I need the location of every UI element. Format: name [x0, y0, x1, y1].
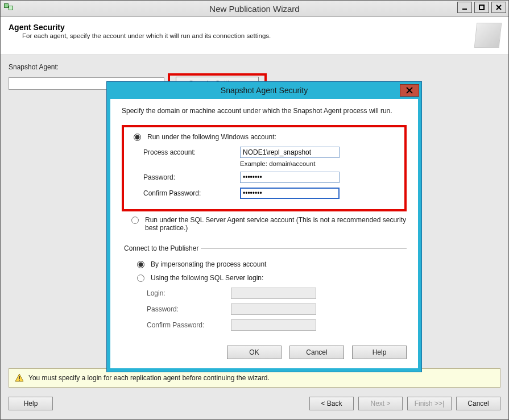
- publisher-password-input: [231, 303, 316, 315]
- dialog-close-button[interactable]: [400, 84, 419, 97]
- snapshot-agent-label: Snapshot Agent:: [9, 63, 500, 71]
- dialog-cancel-button[interactable]: Cancel: [289, 346, 344, 359]
- back-button[interactable]: < Back: [309, 397, 354, 410]
- publisher-confirm-label: Confirm Password:: [147, 321, 231, 329]
- login-label: Login:: [147, 289, 231, 297]
- sql-service-account-radio-label: Run under the SQL Server Agent service a…: [145, 216, 407, 232]
- finish-button[interactable]: Finish >>|: [407, 397, 452, 410]
- windows-account-highlight: Run under the following Windows account:…: [122, 125, 407, 211]
- wizard-cancel-button[interactable]: Cancel: [456, 397, 500, 410]
- dialog-ok-button[interactable]: OK: [227, 346, 282, 359]
- page-header: Agent Security For each agent, specify t…: [1, 17, 508, 55]
- process-account-label: Process account:: [143, 148, 240, 156]
- connect-to-publisher-legend: Connect to the Publisher: [122, 244, 201, 252]
- sql-service-account-radio[interactable]: [131, 217, 139, 224]
- next-button[interactable]: Next >: [358, 397, 403, 410]
- page-subtitle: For each agent, specify the account unde…: [22, 32, 271, 39]
- dialog-intro: Specify the domain or machine account un…: [122, 107, 407, 115]
- windows-account-radio[interactable]: [134, 134, 141, 141]
- dialog-titlebar: Snapshot Agent Security: [107, 82, 421, 99]
- windows-account-radio-label: Run under the following Windows account:: [147, 133, 276, 141]
- svg-rect-8: [19, 380, 20, 381]
- publisher-password-label: Password:: [147, 305, 231, 313]
- minimize-button[interactable]: [457, 2, 472, 13]
- warning-icon: [15, 373, 24, 382]
- page-title: Agent Security: [9, 23, 271, 32]
- login-input: [231, 288, 316, 299]
- confirm-password-input[interactable]: [240, 188, 340, 199]
- impersonate-radio[interactable]: [137, 261, 144, 268]
- sql-login-radio-label: Using the following SQL Server login:: [151, 274, 263, 282]
- wizard-help-button[interactable]: Help: [9, 397, 53, 410]
- window-title: New Publication Wizard: [1, 4, 508, 14]
- svg-rect-7: [19, 376, 20, 379]
- impersonate-radio-label: By impersonating the process account: [151, 260, 266, 268]
- svg-rect-1: [479, 5, 484, 10]
- close-button[interactable]: [491, 2, 506, 13]
- svg-line-2: [496, 5, 501, 10]
- main-window: New Publication Wizard Agent Security Fo…: [0, 0, 509, 420]
- wizard-graphic: [474, 23, 502, 48]
- wizard-footer: Help < Back Next > Finish >>| Cancel: [1, 388, 508, 419]
- snapshot-agent-security-dialog: Snapshot Agent Security Specify the doma…: [106, 81, 422, 372]
- warning-text: You must specify a login for each replic…: [28, 374, 270, 382]
- sql-login-radio[interactable]: [137, 275, 144, 282]
- connect-to-publisher-group: Connect to the Publisher By impersonatin…: [122, 244, 407, 335]
- publisher-confirm-input: [231, 319, 316, 331]
- svg-line-3: [496, 5, 501, 10]
- maximize-button[interactable]: [474, 2, 489, 13]
- password-input[interactable]: [240, 172, 340, 183]
- process-account-example: Example: domain\account: [240, 160, 398, 167]
- password-label: Password:: [143, 173, 240, 181]
- confirm-password-label: Confirm Password:: [143, 189, 240, 197]
- dialog-title: Snapshot Agent Security: [107, 86, 421, 95]
- process-account-input[interactable]: [240, 147, 340, 158]
- window-controls: [457, 2, 506, 13]
- titlebar: New Publication Wizard: [1, 1, 508, 17]
- dialog-help-button[interactable]: Help: [352, 346, 407, 359]
